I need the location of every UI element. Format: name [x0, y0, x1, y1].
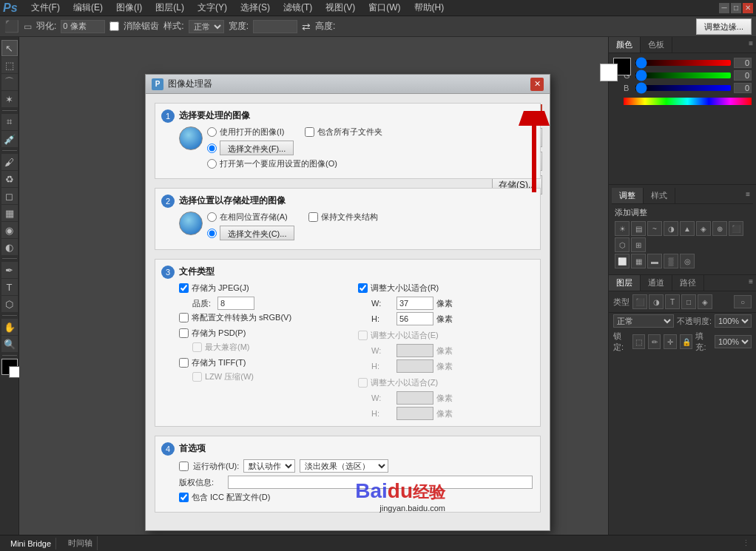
invert-icon[interactable]: ⬜: [615, 254, 630, 268]
anti-alias-checkbox[interactable]: [109, 21, 119, 31]
tab-paths[interactable]: 路径: [672, 275, 704, 291]
width-input[interactable]: [253, 20, 297, 33]
hand-tool[interactable]: ✋: [1, 319, 18, 335]
brightness-contrast-icon[interactable]: ☀: [615, 221, 630, 236]
refine-edge-button[interactable]: 调整边缘...: [696, 18, 752, 35]
tab-swatch[interactable]: 色板: [641, 37, 672, 53]
keep-folder-structure-checkbox[interactable]: [308, 212, 318, 222]
tab-adjustments[interactable]: 调整: [612, 188, 644, 203]
threshold-icon[interactable]: ▬: [647, 254, 662, 268]
marquee-tool[interactable]: ⬚: [1, 57, 18, 73]
crop-tool[interactable]: ⌗: [1, 114, 18, 130]
gradient-map-icon[interactable]: ▒: [664, 254, 678, 268]
psd-checkbox[interactable]: [179, 328, 189, 338]
fill-select[interactable]: 100%: [715, 335, 752, 348]
pen-tool[interactable]: ✒: [1, 262, 18, 278]
eyedropper-tool[interactable]: 💉: [1, 131, 18, 147]
menu-text[interactable]: 文字(Y): [192, 0, 233, 16]
g-slider[interactable]: [635, 72, 731, 78]
menu-layer[interactable]: 图层(L): [149, 0, 190, 16]
jpeg-h-input[interactable]: [396, 312, 433, 325]
minimize-button[interactable]: ─: [719, 3, 729, 13]
exposure-icon[interactable]: ◑: [664, 221, 678, 236]
clone-tool[interactable]: ♻: [1, 171, 18, 187]
jpeg-w-input[interactable]: [396, 297, 433, 310]
tiff-lzw-checkbox[interactable]: [192, 372, 202, 382]
lock-transparent-icon[interactable]: ⬚: [632, 334, 645, 349]
dialog-title-bar[interactable]: P 图像处理器 ✕: [146, 75, 550, 94]
tiff-resize-checkbox[interactable]: [358, 378, 368, 388]
r-value[interactable]: [734, 58, 752, 68]
lasso-tool[interactable]: ⌒: [1, 74, 18, 90]
move-tool[interactable]: ↖: [1, 40, 18, 56]
foreground-color[interactable]: [1, 359, 18, 375]
adjust-panel-menu-icon[interactable]: ≡: [743, 188, 753, 203]
jpeg-resize-checkbox[interactable]: [358, 283, 368, 293]
menu-filter[interactable]: 滤镜(T): [277, 0, 318, 16]
blur-tool[interactable]: ◉: [1, 222, 18, 238]
select-folder-radio[interactable]: [207, 143, 217, 153]
convert-srgb-checkbox[interactable]: [179, 313, 189, 322]
psd-max-checkbox[interactable]: [192, 342, 202, 352]
layer-filter-toggle[interactable]: ○: [734, 295, 752, 308]
hsl-icon[interactable]: ◈: [696, 221, 711, 236]
tab-styles[interactable]: 样式: [644, 188, 675, 203]
copyright-input[interactable]: [228, 476, 533, 489]
gradient-tool[interactable]: ▦: [1, 205, 18, 221]
bw-icon[interactable]: ⬛: [729, 221, 743, 236]
opacity-select[interactable]: 100%: [715, 314, 752, 328]
tiff-checkbox[interactable]: [179, 358, 189, 368]
zoom-tool[interactable]: 🔍: [1, 336, 18, 352]
style-select[interactable]: 正常: [189, 20, 224, 33]
shape-tool[interactable]: ⬡: [1, 296, 18, 312]
action-effect-select[interactable]: 淡出效果（选区）: [300, 459, 388, 473]
tiff-h-input[interactable]: [396, 407, 433, 420]
b-slider[interactable]: [635, 85, 731, 91]
close-button[interactable]: ✕: [743, 3, 753, 13]
icc-profile-checkbox[interactable]: [179, 493, 189, 502]
b-value[interactable]: [734, 83, 752, 93]
psd-h-input[interactable]: [396, 359, 433, 373]
panel-menu-icon[interactable]: ≡: [746, 37, 756, 53]
mini-bridge-tab[interactable]: Mini Bridge: [6, 538, 56, 550]
select-dest-folder-radio[interactable]: [207, 229, 217, 238]
channel-mixer-icon[interactable]: ⊞: [631, 237, 646, 252]
psd-resize-checkbox[interactable]: [358, 331, 368, 340]
lock-all-icon[interactable]: 🔒: [680, 334, 692, 349]
menu-image[interactable]: 图像(I): [110, 0, 148, 16]
timeline-tab[interactable]: 时间轴: [64, 536, 98, 550]
selective-color-icon[interactable]: ◎: [680, 254, 695, 268]
dodge-tool[interactable]: ◐: [1, 239, 18, 255]
lock-position-icon[interactable]: ✛: [664, 334, 676, 349]
shape-layer-icon[interactable]: □: [681, 294, 696, 309]
jpeg-checkbox[interactable]: [179, 283, 189, 293]
vibrance-icon[interactable]: ▲: [680, 221, 695, 236]
menu-window[interactable]: 窗口(W): [362, 0, 406, 16]
dialog-close-button[interactable]: ✕: [530, 78, 544, 91]
menu-view[interactable]: 视图(V): [320, 0, 361, 16]
layers-panel-menu-icon[interactable]: ≡: [746, 275, 756, 291]
color-balance-icon[interactable]: ⊕: [712, 221, 727, 236]
text-layer-icon[interactable]: T: [665, 294, 680, 309]
run-action-checkbox[interactable]: [179, 462, 189, 471]
g-value[interactable]: [734, 70, 752, 81]
feather-input[interactable]: [61, 20, 105, 33]
r-slider[interactable]: [635, 60, 731, 66]
posterize-icon[interactable]: ▦: [631, 254, 646, 268]
adj-layer-icon[interactable]: ◑: [649, 294, 664, 309]
lock-pixels-icon[interactable]: ✏: [648, 334, 661, 349]
tab-channels[interactable]: 通道: [641, 275, 672, 291]
levels-icon[interactable]: ▤: [631, 221, 646, 236]
text-tool[interactable]: T: [1, 279, 18, 295]
pixel-layer-icon[interactable]: ⬛: [632, 294, 647, 309]
smart-layer-icon[interactable]: ◈: [698, 294, 712, 309]
include-subfolders-checkbox[interactable]: [305, 127, 314, 137]
select-dest-folder-button[interactable]: 选择文件夹(C)...: [220, 226, 294, 240]
tiff-w-input[interactable]: [396, 391, 433, 405]
action-select[interactable]: 默认动作: [243, 459, 295, 473]
psd-w-input[interactable]: [396, 344, 433, 357]
menu-edit[interactable]: 编辑(E): [67, 0, 109, 16]
tab-layers[interactable]: 图层: [609, 275, 641, 291]
same-location-radio[interactable]: [207, 212, 217, 222]
menu-select[interactable]: 选择(S): [234, 0, 276, 16]
